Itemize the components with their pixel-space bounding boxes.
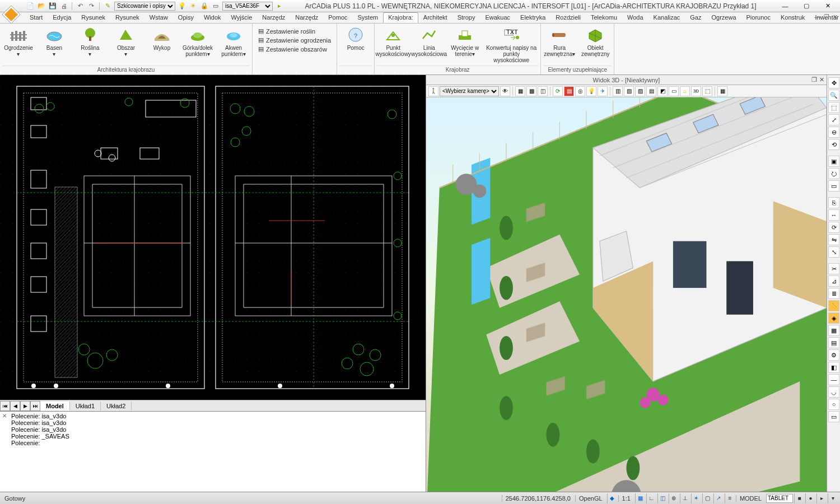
panel-restore[interactable]: ❐ xyxy=(811,76,817,83)
rotate-icon[interactable]: ⟳ xyxy=(828,222,839,233)
zoom-window-icon[interactable]: ⬚ xyxy=(828,102,839,113)
snap1-icon[interactable]: ▦ xyxy=(635,493,645,503)
snap3-icon[interactable]: ◫ xyxy=(657,493,668,503)
scale-readout[interactable]: 1:1 xyxy=(618,495,634,502)
cad-2d-canvas[interactable] xyxy=(0,75,426,400)
save-icon[interactable]: 💾 xyxy=(48,2,57,11)
menu-tab-rysunek[interactable]: Rysunek xyxy=(110,12,144,23)
menu-tab-edycja[interactable]: Edycja xyxy=(48,12,76,23)
extra1-icon[interactable]: ■ xyxy=(794,493,804,503)
scale-icon[interactable]: ⤡ xyxy=(828,246,839,258)
tab-last[interactable]: ⏭ xyxy=(30,401,40,411)
menu-tab-widok[interactable]: Widok xyxy=(199,12,226,23)
redo-icon[interactable]: ↷ xyxy=(87,2,96,11)
menu-tab-system[interactable]: System xyxy=(353,12,384,23)
walk-icon[interactable]: 🚶 xyxy=(428,86,438,96)
doc-icon[interactable]: ▭ xyxy=(211,2,220,11)
offset-icon[interactable]: ≣ xyxy=(828,288,839,299)
list-item[interactable]: ▤Zestawienie obszarów xyxy=(257,45,332,53)
mirror-icon[interactable]: ⇋ xyxy=(828,234,839,245)
menu-tab-ewakuac[interactable]: Ewakuac xyxy=(480,12,515,23)
mound-button[interactable]: Górka/dołekpunktem▾ xyxy=(181,25,214,58)
eye-icon[interactable]: 👁 xyxy=(500,86,510,96)
menu-tab-wstaw[interactable]: Wstaw xyxy=(144,12,173,23)
tablet-input[interactable] xyxy=(766,494,793,503)
grid-icon[interactable]: ▦ xyxy=(828,325,839,336)
plant-button[interactable]: Roślina▾ xyxy=(74,25,106,58)
line-button[interactable]: Liniawysokościowa xyxy=(413,25,445,58)
zoom-ext-icon[interactable]: ⤢ xyxy=(828,114,839,125)
print-icon[interactable]: 🖨 xyxy=(59,2,68,11)
pipe-button[interactable]: Rurazewnętrzna▾ xyxy=(543,25,576,58)
bulb2-icon[interactable]: 💡 xyxy=(586,86,596,96)
convert-button[interactable]: TXTKonwertuj napisy napunkty wysokościow… xyxy=(484,25,538,64)
extend-icon[interactable]: ⊿ xyxy=(828,276,839,287)
otrack-icon[interactable]: ↗ xyxy=(713,493,724,503)
view-c[interactable]: ▨ xyxy=(635,86,645,96)
view3d-canvas[interactable] xyxy=(426,97,827,492)
view-a[interactable]: ▥ xyxy=(613,86,623,96)
menu-tab-piorunoc[interactable]: Piorunoc xyxy=(741,12,776,23)
minimize-button[interactable]: — xyxy=(775,1,795,12)
zoom-out-icon[interactable]: ⊖ xyxy=(828,127,839,138)
layout-tab-układ1[interactable]: Układ1 xyxy=(70,402,101,410)
menu-tab-krajobra:[interactable]: Krajobra: xyxy=(383,12,418,23)
point-button[interactable]: Punktwysokościowy xyxy=(377,25,409,58)
render-mode[interactable]: OpenGL xyxy=(575,495,606,502)
menu-tab-pomoc[interactable]: Pomoc xyxy=(323,12,352,23)
cube-icon[interactable]: ▦ xyxy=(515,86,525,96)
cut-button[interactable]: Wycięcie wterenie▾ xyxy=(449,25,481,58)
tab-prev[interactable]: ◀ xyxy=(10,401,20,411)
orbit-icon[interactable]: ⭮ xyxy=(828,168,839,179)
trim-icon[interactable]: ✂ xyxy=(828,263,839,274)
arcadia-icon[interactable]: ◆ xyxy=(607,493,617,503)
object-button[interactable]: Obiektzewnętrzny xyxy=(579,25,612,58)
zoom-in-icon[interactable]: 🔍 xyxy=(828,90,839,101)
polar-icon[interactable]: ✶ xyxy=(691,493,701,503)
help-button[interactable]: ? Pomoc xyxy=(339,25,372,52)
lock-icon[interactable]: 🔒 xyxy=(200,2,209,11)
pan-icon[interactable]: ✥ xyxy=(828,77,839,88)
view-icon[interactable]: ▭ xyxy=(828,180,839,192)
cmd-close-icon[interactable]: ✕ xyxy=(2,413,7,419)
menu-tab-narzędz[interactable]: Narzędz xyxy=(290,12,323,23)
panel-close[interactable]: ✕ xyxy=(819,76,824,83)
persp-icon[interactable]: ▭ xyxy=(669,86,679,96)
undo-icon[interactable]: ↶ xyxy=(76,2,85,11)
view-d[interactable]: ▤ xyxy=(646,86,656,96)
open-icon[interactable]: 📂 xyxy=(37,2,46,11)
excavation-button[interactable]: Wykop xyxy=(146,25,178,52)
zoom-all-icon[interactable]: ▣ xyxy=(828,156,839,167)
3d-icon[interactable]: 3D xyxy=(691,86,701,96)
plane-icon[interactable]: ✈ xyxy=(598,86,608,96)
app-logo[interactable] xyxy=(1,4,21,25)
measure-icon[interactable]: 📏 xyxy=(828,300,839,311)
pool-button[interactable]: Basen▾ xyxy=(38,25,71,58)
snap-icon[interactable]: ◈ xyxy=(828,312,839,324)
maximize-button[interactable]: ▢ xyxy=(796,1,816,12)
file-combo[interactable]: isa_V5AE36F xyxy=(222,2,273,11)
area-button[interactable]: Obszar▾ xyxy=(110,25,142,58)
menu-tab-rysunek[interactable]: Rysunek xyxy=(76,12,110,23)
slice-icon[interactable]: ◩ xyxy=(657,86,668,96)
play-icon[interactable]: ▸ xyxy=(275,2,284,11)
snap2-icon[interactable]: ∟ xyxy=(646,493,656,503)
sun-icon[interactable]: ☀ xyxy=(189,2,198,11)
layer-icon[interactable]: ▤ xyxy=(828,337,839,348)
mdi-min[interactable]: — xyxy=(814,13,820,21)
menu-tab-wyjście[interactable]: Wyjście xyxy=(226,12,258,23)
menu-tab-ogrzewa[interactable]: Ogrzewa xyxy=(707,12,741,23)
refresh-icon[interactable]: ⟳ xyxy=(553,86,563,96)
camera-select[interactable]: <Wybierz kamerę> xyxy=(440,86,499,96)
ortho-icon[interactable]: ⊥ xyxy=(680,493,690,503)
fence-button[interactable]: Ogrodzenie▾ xyxy=(2,25,35,58)
close-button[interactable]: ✕ xyxy=(818,1,838,12)
color-icon[interactable]: ◧ xyxy=(828,362,839,373)
model-toggle[interactable]: MODEL xyxy=(736,495,765,502)
menu-tab-elektryka[interactable]: Elektryka xyxy=(515,12,550,23)
menu-tab-woda[interactable]: Woda xyxy=(622,12,648,23)
list-item[interactable]: ▤Zestawienie ogrodzenia xyxy=(257,36,332,44)
menu-tab-start[interactable]: Start xyxy=(25,12,48,23)
circle-icon[interactable]: ○ xyxy=(828,399,839,410)
lwt-icon[interactable]: ≡ xyxy=(725,493,735,503)
